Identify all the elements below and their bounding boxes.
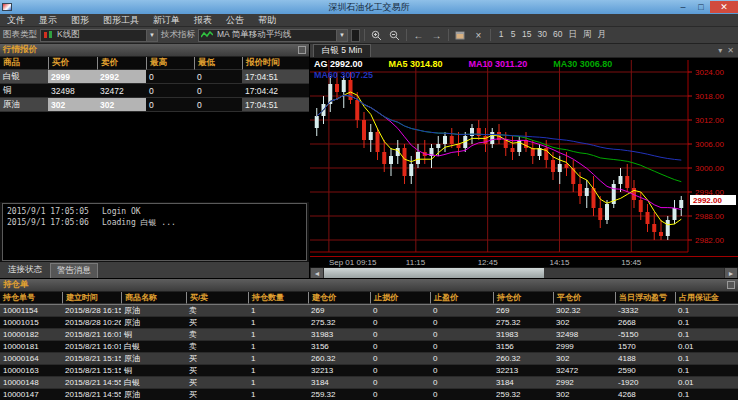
quote-column-header: 买价 (48, 57, 97, 70)
panel-control-icon[interactable] (298, 46, 306, 54)
positions-panel-titlebar: 持仓单 (0, 279, 738, 292)
close-chart-icon[interactable]: × (471, 28, 486, 42)
positions-cell: 0.1 (675, 317, 738, 329)
positions-column-header: 商品名称 (121, 292, 186, 304)
positions-cell: 0 (370, 341, 430, 353)
legend-item-AG: AG 2992.00 (314, 59, 363, 70)
zoom-in-icon[interactable] (369, 28, 384, 42)
tab-dropdown-icon[interactable]: ▾ (718, 46, 722, 55)
positions-header: 持仓单号建立时间商品名称买/卖持仓数量建仓价止损价止盈价持仓价平仓价当日浮动盈亏… (0, 292, 738, 305)
status-tab-警告消息[interactable]: 警告消息 (50, 263, 98, 278)
quote-cell: 2992 (97, 70, 146, 84)
quote-cell: 白银 (0, 70, 48, 84)
positions-cell: 269 (493, 305, 553, 317)
chart-scrollbar[interactable]: ◄ ► (310, 267, 738, 278)
chart-legend: AG 2992.00MA5 3014.80MA10 3011.20MA30 30… (314, 59, 612, 81)
quote-table: 商品买价卖价最高最低报价时间白银299929920017:04:51铜32498… (0, 57, 309, 112)
scroll-right-icon[interactable]: ► (725, 268, 737, 278)
scroll-left-icon[interactable]: ◄ (311, 268, 323, 278)
positions-cell: 10000148 (0, 377, 62, 389)
table-row[interactable]: 100001812015/8/21 16:01:18白银卖13156003156… (0, 341, 738, 353)
chart-area[interactable]: AG 2992.00MA5 3014.80MA10 3011.20MA30 30… (310, 58, 738, 256)
positions-cell: 275.32 (308, 317, 370, 329)
quotes-panel-titlebar: 行情报价 (0, 44, 309, 57)
table-row[interactable]: 100001472015/8/21 14:55:11原油买1259.320025… (0, 389, 738, 400)
legend-item-MA5: MA5 3014.80 (389, 59, 443, 70)
positions-cell: 原油 (121, 305, 186, 317)
table-row[interactable]: 100001632015/8/21 15:15:01铜买132213003221… (0, 365, 738, 377)
positions-cell: 10001015 (0, 317, 62, 329)
menu-item-帮助[interactable]: 帮助 (251, 14, 283, 27)
zoom-out-icon[interactable] (387, 28, 402, 42)
quote-row[interactable]: 白银299929920017:04:51 (0, 70, 309, 84)
quote-cell: 原油 (0, 98, 48, 112)
period-button-30[interactable]: 30 (534, 29, 549, 41)
period-button-1[interactable]: 1 (495, 29, 507, 41)
period-button-日[interactable]: 日 (565, 29, 580, 41)
indicator-dropdown[interactable]: MA 简单移动平均线 ▼ (198, 29, 348, 42)
positions-cell: 10001154 (0, 305, 62, 317)
time-axis: Sep 01 09:1511:1512:4514:1515:45 (310, 256, 738, 267)
time-tick-label: 12:45 (478, 258, 498, 267)
quote-cell: 0 (194, 84, 242, 98)
chart-type-dropdown[interactable]: K线图 ▼ (40, 29, 158, 42)
positions-cell: 2015/8/28 10:26:20 (62, 317, 121, 329)
legend-item-MA10: MA10 3011.20 (469, 59, 528, 70)
svg-text:3012.00: 3012.00 (695, 116, 724, 125)
period-buttons: 15153060日周月 (495, 29, 609, 41)
period-button-周[interactable]: 周 (580, 29, 595, 41)
menu-item-报表[interactable]: 报表 (187, 14, 219, 27)
positions-cell: 2015/8/21 14:55:11 (62, 389, 121, 400)
wave-icon (201, 31, 213, 39)
svg-text:3018.00: 3018.00 (695, 92, 724, 101)
positions-cell: 白银 (121, 341, 186, 353)
chevron-down-icon[interactable]: ▼ (146, 30, 157, 41)
table-row[interactable]: 100011542015/8/28 16:15:24原油卖12690026930… (0, 305, 738, 317)
chart-tab-silver[interactable]: 白银 5 Min (313, 44, 371, 57)
positions-cell: 259.32 (308, 389, 370, 400)
menu-item-文件[interactable]: 文件 (0, 14, 32, 27)
period-button-月[interactable]: 月 (594, 29, 609, 41)
indicator-settings-button[interactable] (351, 29, 360, 42)
panel-control-icon[interactable] (727, 281, 735, 289)
period-button-60[interactable]: 60 (550, 29, 565, 41)
table-row[interactable]: 100001822015/8/21 16:01:29铜卖131983003198… (0, 329, 738, 341)
positions-cell: 259.32 (493, 389, 553, 400)
quote-row[interactable]: 原油3023020017:04:51 (0, 98, 309, 112)
arrow-left-icon[interactable]: ← (411, 28, 426, 42)
positions-cell: 2668 (615, 317, 675, 329)
positions-cell: 0.01 (675, 341, 738, 353)
time-tick-label: Sep 01 09:15 (329, 258, 377, 267)
chevron-down-icon[interactable]: ▼ (336, 30, 347, 41)
menu-item-图形[interactable]: 图形 (64, 14, 96, 27)
tab-close-icon[interactable]: ✕ (727, 46, 734, 55)
quote-row[interactable]: 铜32498324720017:04:42 (0, 84, 309, 98)
menu-item-图形工具[interactable]: 图形工具 (96, 14, 146, 27)
table-row[interactable]: 100001642015/8/21 15:15:24原油买1260.320026… (0, 353, 738, 365)
quote-cell: 17:04:51 (242, 70, 309, 84)
positions-cell: 1 (248, 305, 308, 317)
status-tab-连接状态[interactable]: 连接状态 (2, 263, 48, 277)
positions-cell: 0.1 (675, 329, 738, 341)
quote-cell: 0 (146, 84, 194, 98)
new-window-icon[interactable] (453, 28, 468, 42)
positions-cell: 275.32 (493, 317, 553, 329)
scrollbar-thumb[interactable] (324, 268, 544, 278)
positions-cell: 0.1 (675, 353, 738, 365)
legend-line-2: MA60 3007.25 (314, 70, 612, 81)
table-row[interactable]: 100010152015/8/28 10:26:20原油买1275.320027… (0, 317, 738, 329)
menu-item-公告[interactable]: 公告 (219, 14, 251, 27)
menu-item-显示[interactable]: 显示 (32, 14, 64, 27)
candlestick-chart[interactable]: 3024.003018.003012.003006.003000.002994.… (310, 58, 738, 254)
period-button-5[interactable]: 5 (507, 29, 519, 41)
table-row[interactable]: 100001482015/8/21 14:55:31白银买13184003184… (0, 377, 738, 389)
scrollbar-track[interactable] (324, 268, 724, 278)
menu-item-新订单[interactable]: 新订单 (146, 14, 187, 27)
quotes-empty-area (0, 112, 309, 202)
quote-cell: 0 (146, 70, 194, 84)
separator (406, 29, 407, 41)
positions-cell: 0.1 (675, 365, 738, 377)
positions-cell: 卖 (186, 305, 248, 317)
arrow-right-icon[interactable]: → (429, 28, 444, 42)
period-button-15[interactable]: 15 (519, 29, 534, 41)
